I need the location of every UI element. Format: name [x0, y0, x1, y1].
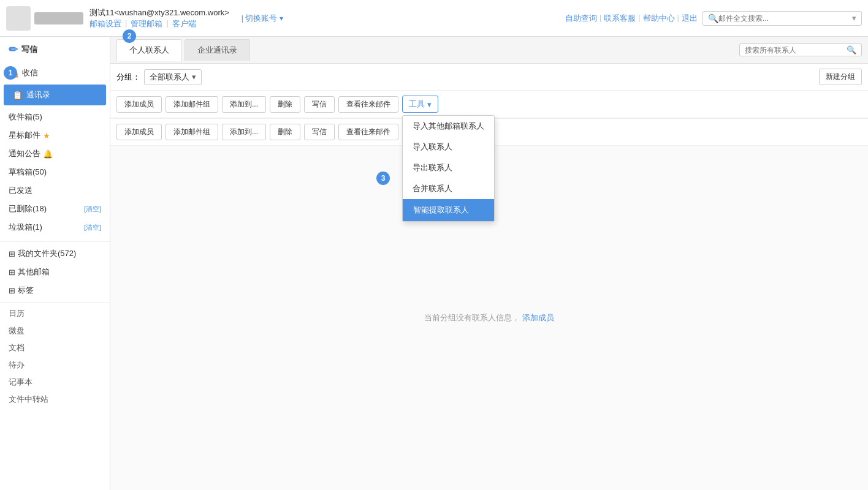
sidebar-item-calendar[interactable]: 日历: [0, 305, 110, 322]
contacts-button[interactable]: 📋 通讯录: [4, 85, 106, 105]
othermailbox-label: 其他邮箱: [18, 266, 50, 277]
check-email-button-2[interactable]: 查看往来邮件: [338, 124, 398, 140]
spam-label: 垃圾箱(1): [9, 222, 42, 233]
settings-link[interactable]: 邮箱设置: [89, 18, 121, 29]
contacts-search-input[interactable]: [745, 46, 847, 55]
global-search-box: 🔍 ▾: [702, 11, 862, 26]
tags-label: 标签: [18, 285, 34, 296]
sub-toolbar-left: 分组： 全部联系人 ▾: [116, 69, 202, 85]
add-to-button-2[interactable]: 添加到...: [222, 124, 266, 140]
clear-deleted-btn[interactable]: [清空]: [84, 205, 101, 214]
sidebar-item-notes[interactable]: 记事本: [0, 374, 110, 391]
tools-button[interactable]: 工具 ▾: [402, 96, 438, 113]
add-email-group-button[interactable]: 添加邮件组: [166, 96, 218, 113]
contact-service-link[interactable]: 联系客服: [604, 13, 636, 24]
write-button-2[interactable]: 写信: [304, 124, 335, 140]
sidebar-item-starred[interactable]: 星标邮件 ★: [0, 126, 110, 145]
tools-arrow-icon: ▾: [427, 100, 432, 109]
sidebar-item-inbox[interactable]: 收件箱(5): [0, 108, 110, 126]
sidebar-group-othermailbox[interactable]: ⊞ 其他邮箱: [0, 263, 110, 281]
compose-icon: ✏: [9, 43, 18, 56]
sent-label: 已发送: [9, 185, 32, 196]
delete-button-2[interactable]: 删除: [270, 124, 300, 140]
inbox-label: 收信: [22, 67, 38, 78]
manage-link[interactable]: 管理邮箱: [131, 18, 162, 29]
tabs-bar: 个人联系人 企业通讯录 🔍: [110, 37, 868, 64]
deleted-label: 已删除(18): [9, 203, 47, 214]
contacts-icon: 📋: [12, 90, 23, 100]
empty-text: 当前分组没有联系人信息， 添加成员: [424, 312, 554, 323]
group-select[interactable]: 全部联系人 ▾: [144, 69, 202, 85]
contacts-search-box: 🔍: [739, 43, 862, 56]
inbox-button[interactable]: 📥 收信: [0, 62, 110, 85]
myfolder-label: 我的文件夹(572): [18, 248, 76, 259]
check-email-button[interactable]: 查看往来邮件: [338, 96, 398, 113]
expand-icon-2: ⊞: [9, 268, 15, 277]
content-area: 个人联系人 企业通讯录 🔍 分组： 全部联系人 ▾ 新建分组 添加成员 添加邮件…: [110, 37, 868, 490]
clear-spam-btn[interactable]: [清空]: [84, 223, 101, 232]
sidebar-item-drafts[interactable]: 草稿箱(50): [0, 163, 110, 181]
sidebar-item-disk[interactable]: 微盘: [0, 322, 110, 339]
sidebar-divider: [0, 241, 110, 242]
sidebar-group-myfolder[interactable]: ⊞ 我的文件夹(572): [0, 244, 110, 263]
tools-label: 工具: [409, 99, 425, 110]
self-help-link[interactable]: 自助查询: [565, 13, 597, 24]
logo-box: [6, 6, 31, 31]
dropdown-item-import-other[interactable]: 导入其他邮箱联系人: [403, 116, 494, 137]
search-dropdown-icon[interactable]: ▾: [852, 13, 856, 23]
empty-text-label: 当前分组没有联系人信息，: [424, 313, 520, 322]
sidebar-group-tags[interactable]: ⊞ 标签: [0, 281, 110, 300]
tab-personal[interactable]: 个人联系人: [116, 39, 182, 61]
sidebar-item-sent[interactable]: 已发送: [0, 181, 110, 200]
add-member-button[interactable]: 添加成员: [116, 96, 162, 113]
sidebar-item-todo[interactable]: 待办: [0, 356, 110, 374]
client-link[interactable]: 客户端: [172, 18, 196, 29]
add-email-group-button-2[interactable]: 添加邮件组: [166, 124, 218, 140]
dropdown-item-import[interactable]: 导入联系人: [403, 137, 494, 157]
notice-label: 通知公告 🔔: [9, 148, 53, 159]
add-member-link[interactable]: 添加成员: [522, 313, 554, 322]
new-group-button[interactable]: 新建分组: [819, 69, 862, 85]
compose-section: ✏ 写信: [0, 37, 110, 62]
logo-text: [34, 12, 83, 24]
group-select-value: 全部联系人: [150, 72, 189, 83]
sidebar-item-deleted[interactable]: 已删除(18) [清空]: [0, 200, 110, 218]
sidebar-item-notice[interactable]: 通知公告 🔔: [0, 145, 110, 163]
contacts-label: 通讯录: [26, 89, 50, 100]
sidebar-item-spam[interactable]: 垃圾箱(1) [清空]: [0, 218, 110, 236]
user-sub: 邮箱设置 | 管理邮箱 | 客户端: [89, 18, 229, 29]
sidebar-item-docs[interactable]: 文档: [0, 339, 110, 356]
inbox-icon: 📥: [9, 69, 18, 78]
logout-link[interactable]: 退出: [682, 13, 698, 24]
tabs-left: 个人联系人 企业通讯录: [116, 39, 250, 61]
dropdown-item-export[interactable]: 导出联系人: [403, 157, 494, 178]
help-center-link[interactable]: 帮助中心: [643, 13, 675, 24]
sidebar-item-filetransfer[interactable]: 文件中转站: [0, 391, 110, 408]
dropdown-item-smart-extract[interactable]: 智能提取联系人: [403, 199, 494, 221]
expand-icon: ⊞: [9, 249, 15, 258]
sidebar-nav: 收件箱(5) 星标邮件 ★ 通知公告 🔔 草稿箱(50) 已发送 已删除(18)…: [0, 105, 110, 239]
switch-account-btn[interactable]: | 切换账号 ▾: [242, 13, 283, 24]
contacts-search-icon[interactable]: 🔍: [847, 45, 856, 55]
compose-button[interactable]: ✏ 写信: [9, 43, 37, 56]
inbox-badge-label: 收件箱(5): [9, 111, 42, 123]
group-select-arrow: ▾: [192, 72, 196, 81]
tab-enterprise[interactable]: 企业通讯录: [185, 39, 250, 61]
user-name: 测试11<wushan@xty321.wecom.work>: [89, 7, 229, 18]
tools-dropdown: 导入其他邮箱联系人 导入联系人 导出联系人 合并联系人 智能提取联系人: [402, 115, 495, 222]
dropdown-item-merge[interactable]: 合并联系人: [403, 178, 494, 199]
delete-button[interactable]: 删除: [270, 96, 300, 113]
top-bar: 测试11<wushan@xty321.wecom.work> 邮箱设置 | 管理…: [0, 0, 868, 37]
write-button[interactable]: 写信: [304, 96, 335, 113]
add-member-button-2[interactable]: 添加成员: [116, 124, 162, 140]
drafts-label: 草稿箱(50): [9, 167, 47, 178]
user-info: 测试11<wushan@xty321.wecom.work> 邮箱设置 | 管理…: [89, 7, 229, 29]
sub-toolbar: 分组： 全部联系人 ▾ 新建分组: [110, 64, 868, 91]
top-bar-left: 测试11<wushan@xty321.wecom.work> 邮箱设置 | 管理…: [6, 6, 283, 31]
logo: [6, 6, 83, 31]
global-search-input[interactable]: [718, 14, 852, 23]
top-bar-right: 自助查询 | 联系客服 | 帮助中心 | 退出 🔍 ▾: [565, 11, 862, 26]
add-to-button[interactable]: 添加到...: [222, 96, 266, 113]
sidebar-divider-2: [0, 302, 110, 303]
tools-container: 工具 ▾ 导入其他邮箱联系人 导入联系人 导出联系人 合并联系人 智能提取联系人: [402, 96, 438, 113]
